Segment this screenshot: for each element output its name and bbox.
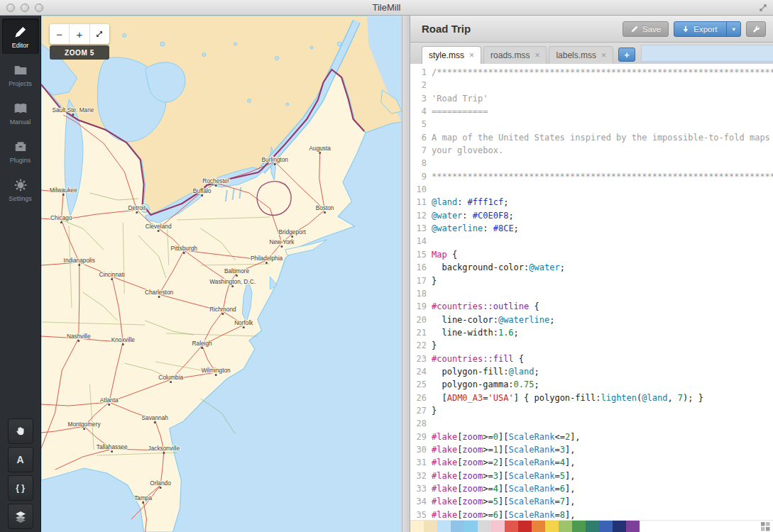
- code-line[interactable]: [432, 118, 773, 131]
- close-tab-icon[interactable]: ×: [534, 51, 539, 60]
- code-line[interactable]: }: [432, 339, 773, 352]
- line-number: 27: [410, 404, 427, 417]
- palette-swatch[interactable]: [451, 521, 464, 532]
- code-line[interactable]: line-width:1.6;: [432, 326, 773, 339]
- palette-swatch[interactable]: [586, 521, 599, 532]
- city-dot: [142, 501, 144, 504]
- sidebar-item-plugins[interactable]: Plugins: [2, 133, 39, 169]
- sidebar-item-projects[interactable]: Projects: [2, 57, 39, 92]
- city-label: Baltimore: [224, 267, 249, 275]
- gear-icon: [13, 178, 28, 192]
- close-button[interactable]: [6, 4, 15, 12]
- code-line[interactable]: background-color:@water;: [432, 261, 773, 274]
- pan-tool-button[interactable]: [8, 419, 33, 444]
- city-dot: [319, 152, 321, 154]
- sidebar-item-manual[interactable]: Manual: [2, 95, 39, 131]
- layers-tool-button[interactable]: [8, 504, 33, 529]
- code-line[interactable]: @water: #C0E0F8;: [432, 209, 773, 222]
- zoom-in-button[interactable]: +: [70, 24, 89, 44]
- code-line[interactable]: #countries::outline {: [432, 300, 773, 313]
- code-line[interactable]: A map of the United States inspired by t…: [432, 131, 773, 144]
- minimize-button[interactable]: [21, 4, 29, 12]
- code-line[interactable]: [432, 417, 773, 430]
- sidebar-item-settings[interactable]: Settings: [2, 172, 39, 207]
- code-line[interactable]: }: [432, 404, 773, 417]
- code-line[interactable]: #lake[zoom>=3][ScaleRank=5],: [432, 470, 773, 482]
- code-line[interactable]: line-color:@waterline;: [432, 314, 773, 326]
- city-label: Boston: [316, 204, 334, 211]
- palette-swatch[interactable]: [572, 521, 586, 532]
- close-tab-icon[interactable]: ×: [601, 51, 606, 60]
- zoom-button[interactable]: [35, 4, 43, 12]
- palette-swatch[interactable]: [491, 521, 505, 532]
- palette-swatch[interactable]: [424, 521, 437, 532]
- city-label: Savannah: [142, 414, 169, 421]
- code-line[interactable]: [432, 183, 773, 196]
- labels-tool-button[interactable]: A: [8, 447, 33, 472]
- fullscreen-icon[interactable]: [758, 3, 768, 13]
- code-line[interactable]: #lake[zoom>=6][ScaleRank=8],: [432, 509, 773, 520]
- code-line[interactable]: }: [432, 275, 773, 287]
- palette-swatch[interactable]: [599, 521, 613, 532]
- zoom-out-button[interactable]: −: [50, 24, 70, 44]
- add-tab-button[interactable]: +: [618, 48, 635, 62]
- code-line[interactable]: [432, 287, 773, 300]
- code-line[interactable]: #lake[zoom>=2][ScaleRank=4],: [432, 456, 773, 469]
- palette-swatch[interactable]: [518, 521, 532, 532]
- code-tool-button[interactable]: { }: [8, 475, 33, 501]
- palette-swatch[interactable]: [545, 521, 559, 532]
- chevron-down-icon[interactable]: ▾: [726, 21, 740, 37]
- code-line[interactable]: #lake[zoom>=0][ScaleRank<=2],: [432, 431, 773, 443]
- code-line[interactable]: #lake[zoom>=5][ScaleRank=7],: [432, 495, 773, 508]
- line-number: 13: [410, 222, 427, 235]
- palette-swatch[interactable]: [410, 521, 424, 532]
- palette-swatch[interactable]: [437, 521, 451, 532]
- city-dot: [78, 264, 80, 266]
- code-line[interactable]: #countries::fill {: [432, 353, 773, 365]
- code-line[interactable]: [432, 235, 773, 248]
- palette-swatch[interactable]: [464, 521, 478, 532]
- close-tab-icon[interactable]: ×: [469, 51, 474, 60]
- code-line[interactable]: polygon-gamma:0.75;: [432, 378, 773, 391]
- code-line[interactable]: /***************************************…: [432, 66, 773, 79]
- palette-swatch[interactable]: [626, 521, 640, 532]
- line-number: 15: [410, 248, 427, 261]
- tab-roads-mss[interactable]: roads.mss ×: [483, 46, 547, 64]
- map-fullscreen-button[interactable]: [90, 24, 109, 44]
- code-line[interactable]: your glovebox.: [432, 144, 773, 157]
- code-line[interactable]: [ADM0_A3='USA'] { polygon-fill:lighten(@…: [432, 392, 773, 404]
- export-button[interactable]: Export ▾: [674, 21, 741, 37]
- code-line[interactable]: ****************************************…: [432, 170, 773, 183]
- palette-swatch[interactable]: [478, 521, 491, 532]
- code-line[interactable]: polygon-fill:@land;: [432, 365, 773, 378]
- code-editor[interactable]: 1234567891011121314151617181920212223242…: [410, 64, 773, 520]
- code-lines[interactable]: /***************************************…: [432, 66, 773, 520]
- code-line[interactable]: @waterline: #8CE;: [432, 222, 773, 235]
- code-line[interactable]: [432, 157, 773, 170]
- code-line[interactable]: #lake[zoom>=1][ScaleRank=3],: [432, 443, 773, 456]
- palette-swatch[interactable]: [505, 521, 518, 532]
- save-button[interactable]: Save: [623, 21, 669, 37]
- code-line[interactable]: Map {: [432, 248, 773, 261]
- code-line[interactable]: ===========: [432, 105, 773, 118]
- palette-swatch[interactable]: [613, 521, 626, 532]
- tab-labels-mss[interactable]: labels.mss ×: [549, 46, 613, 64]
- city-label: Nashville: [67, 333, 91, 340]
- map-canvas[interactable]: Sault Ste. MarieMilwaukeeChicagoDetroitC…: [41, 16, 402, 532]
- palette-grid-icon[interactable]: [761, 522, 770, 531]
- palette-swatch[interactable]: [559, 521, 572, 532]
- settings-wrench-button[interactable]: [746, 21, 766, 37]
- tab-style-mss[interactable]: style.mss ×: [422, 46, 481, 64]
- plugin-icon: [13, 140, 28, 154]
- city-dot: [221, 313, 224, 315]
- line-number: 4: [410, 105, 427, 118]
- code-line[interactable]: [432, 79, 773, 92]
- sidebar-item-editor[interactable]: Editor: [2, 18, 39, 54]
- line-number: 24: [410, 365, 427, 378]
- code-line[interactable]: 'Road Trip': [432, 92, 773, 105]
- code-line[interactable]: #lake[zoom>=4][ScaleRank=6],: [432, 482, 773, 495]
- city-label: Detroit: [128, 204, 146, 211]
- palette-swatch[interactable]: [532, 521, 545, 532]
- code-line[interactable]: @land: #fff1cf;: [432, 196, 773, 209]
- panel-divider[interactable]: [402, 16, 410, 532]
